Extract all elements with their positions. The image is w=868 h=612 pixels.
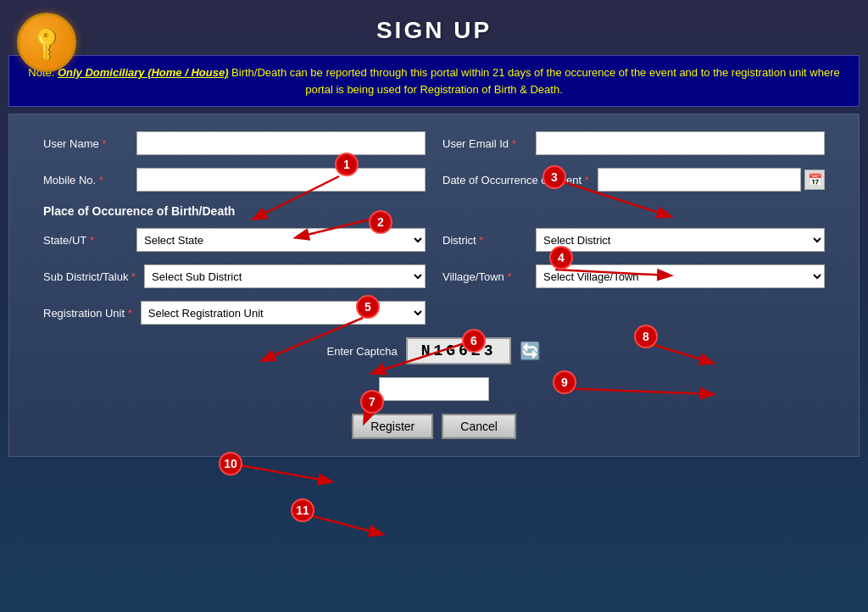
dob-required: * xyxy=(585,174,589,186)
group-mobile: Mobile No. * xyxy=(43,168,426,192)
village-select[interactable]: Select Village/Town xyxy=(536,264,825,288)
refresh-captcha-icon[interactable]: 🔄 xyxy=(520,341,541,361)
sub-district-select[interactable]: Select Sub District xyxy=(144,264,426,288)
captcha-section: Enter Captcha N1G6Z3 🔄 xyxy=(43,337,825,401)
username-required: * xyxy=(102,137,106,150)
group-username: User Name * xyxy=(43,131,426,155)
email-label: User Email Id * xyxy=(442,137,527,150)
group-sub-district: Sub District/Taluk * Select Sub District xyxy=(43,264,426,288)
form-area: User Name * User Email Id * Mobile No. * xyxy=(8,114,860,457)
row-mobile-date: Mobile No. * Date of Occurrence of Event… xyxy=(43,168,825,192)
mobile-label: Mobile No. * xyxy=(43,174,128,186)
svg-line-11 xyxy=(303,514,381,534)
sub-district-required: * xyxy=(131,270,136,283)
mobile-required: * xyxy=(99,174,103,186)
captcha-label: Enter Captcha xyxy=(327,345,398,358)
reg-unit-select[interactable]: Select Registration Unit xyxy=(141,301,426,325)
row-reg-unit: Registration Unit * Select Registration … xyxy=(43,301,825,325)
captcha-display: N1G6Z3 xyxy=(406,337,512,364)
row-subdistrict-village: Sub District/Taluk * Select Sub District… xyxy=(43,264,825,288)
notice-suffix: Birth/Death can be reported through this… xyxy=(229,66,840,96)
reg-unit-label: Registration Unit * xyxy=(43,307,132,320)
register-button[interactable]: Register xyxy=(352,414,433,439)
reg-unit-required: * xyxy=(128,307,132,320)
calendar-icon[interactable]: 📅 xyxy=(804,170,825,190)
sub-district-label: Sub District/Taluk * xyxy=(43,270,136,283)
district-label: District * xyxy=(442,234,527,247)
district-required: * xyxy=(479,234,483,247)
group-dob: Date of Occurrence of Event * 📅 xyxy=(442,168,825,192)
district-select[interactable]: Select District xyxy=(536,228,825,252)
row-username-email: User Name * User Email Id * xyxy=(43,131,825,155)
header: 🔑 SIGN UP xyxy=(8,8,860,48)
annotation-11: 11 xyxy=(291,498,314,522)
row-state-district: State/UT * Select State District * Selec… xyxy=(43,228,825,252)
page-title: SIGN UP xyxy=(376,17,492,44)
village-label: Village/Town * xyxy=(442,270,527,283)
notice-highlight: Only Domiciliary (Home / House) xyxy=(58,66,229,79)
group-state: State/UT * Select State xyxy=(43,228,426,252)
place-section-title: Place of Occurence of Birth/Death xyxy=(43,204,825,218)
state-label: State/UT * xyxy=(43,234,128,247)
username-input[interactable] xyxy=(136,131,426,155)
date-input-wrapper: 📅 xyxy=(598,168,825,192)
captcha-inner: Enter Captcha N1G6Z3 🔄 xyxy=(327,337,542,364)
state-select[interactable]: Select State xyxy=(136,228,426,252)
state-required: * xyxy=(90,234,94,247)
group-email: User Email Id * xyxy=(442,131,825,155)
mobile-input[interactable] xyxy=(136,168,426,192)
group-reg-unit: Registration Unit * Select Registration … xyxy=(43,301,426,325)
village-required: * xyxy=(507,270,511,283)
group-district: District * Select District xyxy=(442,228,825,252)
username-label: User Name * xyxy=(43,137,128,150)
group-village: Village/Town * Select Village/Town xyxy=(442,264,825,288)
svg-line-10 xyxy=(236,465,331,481)
dob-input[interactable] xyxy=(598,168,801,192)
key-icon: 🔑 xyxy=(26,22,67,63)
captcha-input[interactable] xyxy=(379,377,489,401)
email-input[interactable] xyxy=(536,131,825,155)
email-required: * xyxy=(512,137,516,150)
notice-bar: Note: Only Domiciliary (Home / House) Bi… xyxy=(8,55,860,107)
buttons-row: Register Cancel xyxy=(43,414,825,439)
cancel-button[interactable]: Cancel xyxy=(442,414,516,439)
dob-label: Date of Occurrence of Event * xyxy=(442,174,589,186)
logo: 🔑 xyxy=(17,13,76,72)
